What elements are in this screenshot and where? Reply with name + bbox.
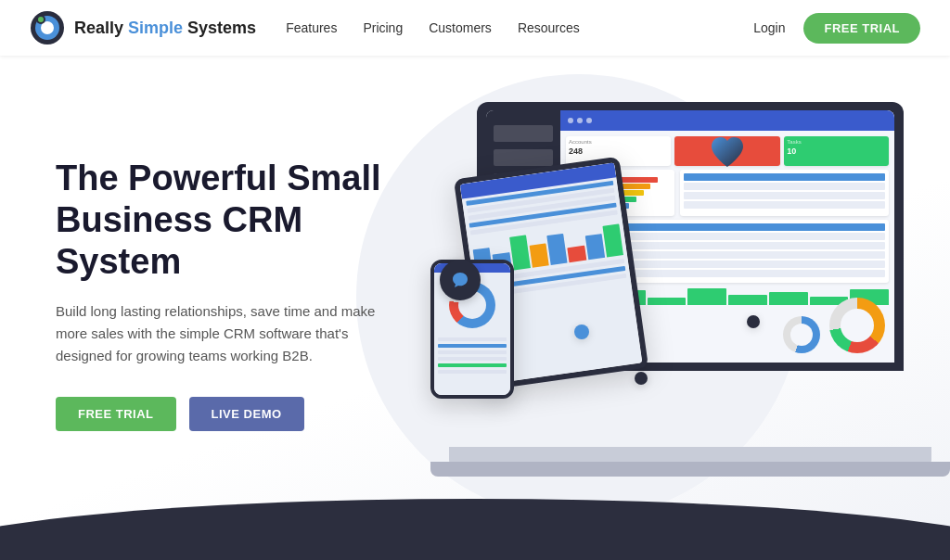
- nav-pricing[interactable]: Pricing: [363, 20, 403, 35]
- live-demo-button[interactable]: LIVE DEMO: [189, 397, 304, 431]
- chat-bubble-icon: [440, 260, 481, 300]
- navbar-right: Login FREE TRIAL: [753, 13, 920, 44]
- laptop-illustration: Accounts 248 1 Tasks 10: [412, 74, 931, 538]
- free-trial-nav-button[interactable]: FREE TRIAL: [803, 13, 920, 44]
- donut-chart-small: [783, 316, 820, 353]
- hero-title: The Powerful Small Business CRM System: [56, 158, 427, 282]
- hero-buttons: FREE TRIAL LIVE DEMO: [56, 397, 427, 431]
- connector-dot-1: [574, 325, 589, 339]
- free-trial-button[interactable]: FREE TRIAL: [56, 397, 176, 431]
- nav-features[interactable]: Features: [286, 20, 337, 35]
- connector-dot-3: [747, 315, 760, 328]
- navbar: Really Simple Systems Features Pricing C…: [0, 0, 950, 56]
- nav-links: Features Pricing Customers Resources: [286, 20, 580, 35]
- heart-icon: [704, 130, 751, 176]
- connector-dot-2: [635, 372, 648, 385]
- nav-customers[interactable]: Customers: [429, 20, 492, 35]
- hero-section: The Powerful Small Business CRM System B…: [0, 56, 950, 560]
- nav-resources[interactable]: Resources: [518, 20, 580, 35]
- logo-text: Really Simple Systems: [74, 19, 256, 38]
- logo[interactable]: Really Simple Systems: [30, 10, 256, 45]
- navbar-left: Really Simple Systems Features Pricing C…: [30, 10, 580, 45]
- hero-description: Build long lasting relationships, save t…: [56, 300, 390, 367]
- logo-icon: [30, 10, 65, 45]
- laptop-base-bottom: [430, 462, 950, 477]
- donut-chart-big: [829, 298, 885, 353]
- login-link[interactable]: Login: [753, 20, 785, 35]
- hero-content: The Powerful Small Business CRM System B…: [56, 158, 427, 431]
- svg-point-4: [38, 17, 44, 22]
